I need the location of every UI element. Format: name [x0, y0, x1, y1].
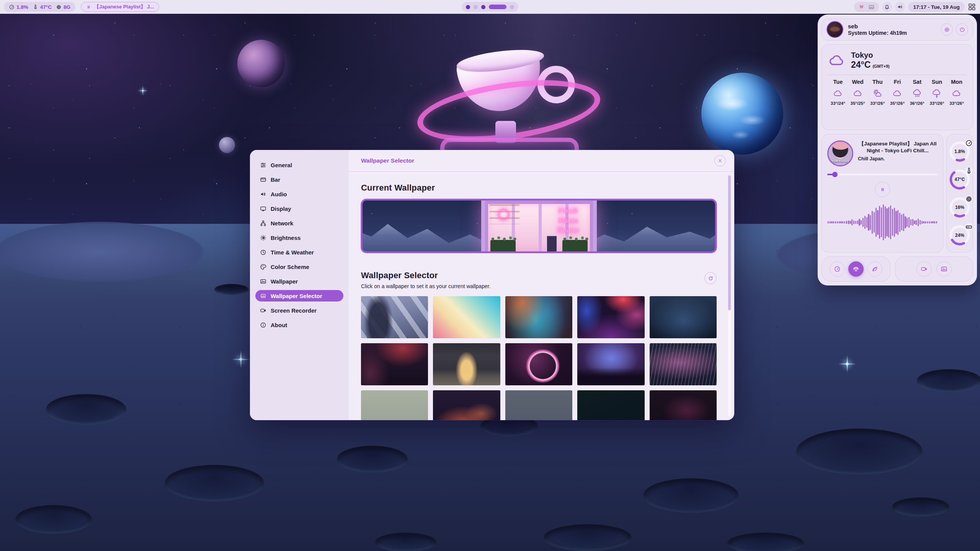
- wallpaper-thumbnail-pastel-sky-gradient[interactable]: [433, 296, 500, 338]
- wallpaper-thumbnail-anime-girl-crosswalk[interactable]: [361, 296, 428, 338]
- settings-button[interactable]: [941, 23, 953, 36]
- system-uptime: System Uptime: 4h19m: [848, 30, 907, 36]
- clock-pill[interactable]: 17:17 - Tue, 19 Aug: [908, 2, 965, 12]
- sidebar-item-network[interactable]: Network: [255, 217, 343, 229]
- power-button[interactable]: [956, 23, 968, 36]
- forecast-day-sun: Sun 33°/26°: [927, 79, 947, 106]
- media-subtitle: Chill Japan.: [858, 156, 938, 161]
- chip-icon: [965, 195, 973, 203]
- current-wallpaper-preview[interactable]: Fresh Moon Beans: [361, 199, 717, 253]
- sidebar-item-wallpaper-selector[interactable]: Wallpaper Selector: [255, 290, 343, 302]
- dashboard-button[interactable]: [968, 3, 976, 11]
- workspace-dot-2[interactable]: [474, 5, 478, 9]
- system-tray[interactable]: [854, 2, 879, 12]
- image-icon: [941, 266, 947, 272]
- workspace-dot-3[interactable]: [481, 5, 485, 9]
- selector-heading: Wallpaper Selector: [361, 271, 491, 280]
- refresh-button[interactable]: [704, 272, 717, 284]
- temp-stat: 47°C: [33, 4, 52, 10]
- crater: [15, 505, 92, 534]
- wallpaper-thumbnail-crimson-forest-figure[interactable]: [361, 343, 428, 385]
- wallpaper-thumbnail-neon-arcade-alley[interactable]: [577, 296, 644, 338]
- scales-icon: [853, 266, 859, 272]
- wallpaper-thumbnail-lofi-coffee-shop[interactable]: [433, 343, 500, 385]
- desktop: 1.8% 47°C 8G 【Japanese Playlist】 J... 17…: [0, 0, 980, 551]
- wallpaper-thumbnail-dark-maroon[interactable]: [650, 390, 717, 420]
- clock-icon: [260, 249, 266, 256]
- performance-button[interactable]: [830, 261, 845, 277]
- wallpaper-thumbnail-dark-teal[interactable]: [577, 390, 644, 420]
- screenshot-button[interactable]: [936, 261, 952, 277]
- workspace-dot-1[interactable]: [466, 5, 470, 9]
- close-button[interactable]: [714, 155, 726, 166]
- brightness-icon: [260, 235, 266, 241]
- sidebar-item-audio[interactable]: Audio: [255, 188, 343, 200]
- audio-icon: [260, 191, 266, 197]
- workspace-dot-4[interactable]: [489, 5, 506, 9]
- slider-knob[interactable]: [832, 172, 838, 177]
- power-saver-button[interactable]: [867, 261, 882, 277]
- wallpaper-thumbnail-black-hole-ring[interactable]: [505, 343, 572, 385]
- media-pill[interactable]: 【Japanese Playlist】 J...: [81, 2, 159, 12]
- avatar: [826, 21, 843, 38]
- crater: [796, 429, 923, 474]
- scrollbar[interactable]: [728, 175, 731, 416]
- sidebar-item-label: Wallpaper: [271, 278, 298, 285]
- sidebar-item-bar[interactable]: Bar: [255, 174, 343, 185]
- refresh-icon: [708, 276, 714, 281]
- forecast-day-tue: Tue 33°/24°: [828, 79, 848, 106]
- sidebar-item-screen-recorder[interactable]: Screen Recorder: [255, 305, 343, 316]
- crater: [544, 524, 632, 551]
- tune-icon: [260, 162, 266, 168]
- wallpaper-thumbnail-coral-trees[interactable]: [433, 390, 500, 420]
- sidebar-item-display[interactable]: Display: [255, 203, 343, 214]
- wallpaper-thumbnail-sage-field[interactable]: [361, 390, 428, 420]
- tray-app-2-icon[interactable]: [868, 4, 875, 10]
- pause-button[interactable]: [875, 182, 890, 197]
- cloud-icon: [833, 88, 843, 98]
- user-card: seb System Uptime: 4h19m: [822, 18, 973, 41]
- capture-card: [895, 256, 973, 282]
- balanced-button[interactable]: [848, 261, 864, 277]
- volume-button[interactable]: [895, 2, 905, 12]
- sidebar-item-color-scheme[interactable]: Color Scheme: [255, 261, 343, 272]
- wallpaper-thumbnail-slate-gray[interactable]: [505, 390, 572, 420]
- crater: [892, 497, 949, 517]
- tray-app-1-icon[interactable]: [858, 4, 865, 10]
- side-panel: seb System Uptime: 4h19m Tokyo 24°C(GMT+…: [818, 15, 977, 285]
- sidebar-item-time-weather[interactable]: Time & Weather: [255, 246, 343, 258]
- gauge-disk: 24%: [949, 224, 971, 246]
- wallpaper-thumbnail-blurred-aurora[interactable]: [505, 296, 572, 338]
- thermometer-icon: [965, 167, 973, 175]
- sidebar-item-about[interactable]: About: [255, 319, 343, 331]
- sidebar-item-label: General: [271, 162, 292, 168]
- speedometer-icon: [9, 4, 15, 10]
- weather-city: Tokyo: [851, 51, 890, 60]
- notifications-button[interactable]: [882, 2, 892, 12]
- crater: [165, 465, 264, 501]
- crater: [917, 369, 980, 392]
- grid-icon: [968, 3, 976, 11]
- screen-record-button[interactable]: [916, 261, 932, 277]
- crater: [214, 284, 249, 295]
- earth-planet: [701, 73, 783, 155]
- workspace-dot-5[interactable]: [510, 5, 514, 9]
- sidebar-item-brightness[interactable]: Brightness: [255, 232, 343, 243]
- media-pill-label: 【Japanese Playlist】 J...: [94, 3, 154, 10]
- sidebar-item-general[interactable]: General: [255, 159, 343, 171]
- wallpaper-thumbnail-snowy-night-village[interactable]: [650, 296, 717, 338]
- media-progress-slider[interactable]: [827, 172, 938, 177]
- scrollbar-thumb[interactable]: [728, 175, 731, 310]
- sidebar-item-label: Bar: [271, 176, 280, 183]
- wallpaper-thumbnail-nebula-over-forest[interactable]: [577, 343, 644, 385]
- purple-planet: [237, 40, 285, 87]
- crater: [337, 446, 408, 473]
- workspaces-pill[interactable]: [462, 2, 518, 12]
- wallpaper-thumbnail-wireframe-wave[interactable]: [650, 343, 717, 385]
- speedometer-icon: [965, 139, 973, 147]
- sidebar-item-wallpaper[interactable]: Wallpaper: [255, 276, 343, 287]
- recorder-icon: [921, 266, 928, 272]
- info-icon: [260, 322, 266, 328]
- system-stats-pill[interactable]: 1.8% 47°C 8G: [4, 2, 75, 12]
- crater: [46, 394, 126, 425]
